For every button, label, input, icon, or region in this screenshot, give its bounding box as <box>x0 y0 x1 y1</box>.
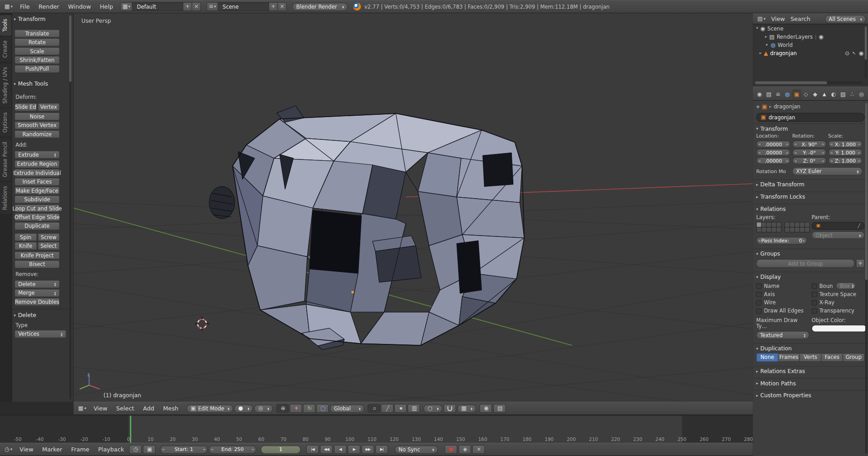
tool-menu-button[interactable]: Merge <box>15 289 60 297</box>
opengl-render-button[interactable] <box>480 404 492 413</box>
panel-header-transform[interactable]: Transform <box>14 16 46 22</box>
expander-icon[interactable] <box>760 51 761 56</box>
end-frame-field[interactable]: End:250 <box>209 445 256 453</box>
tab-render[interactable] <box>755 89 764 100</box>
layer-toggle[interactable] <box>762 227 766 232</box>
checkbox-row[interactable]: Wire <box>756 298 810 307</box>
manipulator-scale-button[interactable] <box>316 404 329 413</box>
panel-header-relations[interactable]: Relations <box>756 206 865 212</box>
tool-button[interactable]: Screw <box>37 233 60 241</box>
screen-layout-name[interactable]: Default <box>133 2 184 11</box>
lock-frame-button[interactable] <box>143 445 155 454</box>
sync-mode-dropdown[interactable]: No Sync <box>395 445 438 453</box>
tool-button[interactable]: Make Edge/Face <box>15 186 60 195</box>
edge-select-button[interactable] <box>381 404 394 413</box>
editor-type-button[interactable] <box>76 404 88 413</box>
location-field[interactable]: .00000 <box>756 157 790 164</box>
checkbox[interactable] <box>756 300 762 305</box>
proportional-edit-dropdown[interactable] <box>424 404 442 412</box>
scale-field[interactable]: Y: 1.000 <box>828 149 863 156</box>
pass-index-field[interactable]: Pass Index: 0 <box>756 237 807 245</box>
tab-particles[interactable] <box>848 89 857 100</box>
editor-type-button[interactable] <box>755 15 768 23</box>
tab-texture[interactable] <box>838 89 847 100</box>
checkbox[interactable] <box>756 308 762 313</box>
tool-button[interactable]: Knife <box>15 242 37 250</box>
face-select-button[interactable] <box>394 404 407 413</box>
checkbox-row[interactable]: Transparency <box>811 307 867 315</box>
tab-material[interactable] <box>829 89 838 100</box>
checkbox-row[interactable]: Draw All Edges <box>756 307 810 315</box>
tool-button[interactable]: Bisect <box>15 260 60 268</box>
expander-icon[interactable] <box>765 35 767 39</box>
expander-icon[interactable] <box>756 26 758 31</box>
add-screen-button[interactable] <box>183 2 192 11</box>
pin-icon[interactable] <box>756 104 760 109</box>
cursor-icon[interactable] <box>852 51 856 56</box>
transport-button[interactable]: ◀ <box>334 445 346 454</box>
editor-type-button[interactable] <box>2 2 15 11</box>
checkbox-row[interactable]: X-Ray <box>811 298 867 307</box>
checkbox[interactable] <box>811 292 817 297</box>
extrude-menu-button[interactable]: Extrude <box>15 150 60 159</box>
collapsed-panel-header[interactable]: Motion Paths <box>756 380 865 386</box>
panel-header-transform[interactable]: Transform <box>756 126 865 132</box>
tab-object-data[interactable] <box>820 89 829 100</box>
tab-scene[interactable] <box>774 89 782 100</box>
checkbox[interactable] <box>756 283 762 288</box>
transport-button[interactable]: ▶▶ <box>362 445 374 454</box>
duplication-option-verts[interactable]: Verts <box>800 353 822 362</box>
orientation-dropdown[interactable]: Global <box>330 404 364 412</box>
scrollbar-thumb[interactable] <box>69 15 72 82</box>
sidebar-tab-options[interactable]: Options <box>0 108 12 137</box>
vertex-select-button[interactable] <box>368 404 381 413</box>
outliner-label[interactable]: Scene <box>767 26 783 31</box>
layer-toggle[interactable] <box>777 222 781 227</box>
menu-marker[interactable]: Marker <box>38 443 66 456</box>
layer-toggle[interactable] <box>772 227 776 232</box>
transport-button[interactable]: ▶ <box>348 445 361 454</box>
parent-object-field[interactable]: ╱ <box>811 222 865 230</box>
outliner-display-dropdown[interactable]: All Scenes <box>825 15 866 23</box>
new-group-button[interactable] <box>856 259 864 268</box>
menu-view[interactable]: View <box>16 443 37 456</box>
duplication-option-group[interactable]: Group <box>843 353 864 362</box>
mode-dropdown[interactable]: Edit Mode <box>187 404 233 412</box>
sidebar-tab-shading-uvs[interactable]: Shading / UVs <box>0 63 12 107</box>
tab-physics[interactable] <box>857 89 866 100</box>
tool-menu-button[interactable]: Delete <box>15 280 60 288</box>
duplication-option-frames[interactable]: Frames <box>778 353 800 362</box>
scrollbar-thumb[interactable] <box>865 26 867 60</box>
sidebar-tab-tools[interactable]: Tools <box>0 15 12 36</box>
layer-toggle[interactable] <box>757 227 761 232</box>
editor-type-button[interactable] <box>2 445 15 454</box>
tool-button[interactable]: Shrink/Fatten <box>15 56 60 64</box>
layer-toggle[interactable] <box>762 222 766 227</box>
tool-button[interactable]: Vertex <box>37 103 60 111</box>
tool-button[interactable]: Extrude Individual <box>15 169 60 177</box>
rotation-field[interactable]: Y: -0° <box>792 149 827 156</box>
outliner-label[interactable]: World <box>778 42 793 48</box>
render-engine-dropdown[interactable]: Blender Render <box>292 2 347 10</box>
camera-icon[interactable] <box>859 51 864 56</box>
opengl-render-anim-button[interactable] <box>493 404 506 413</box>
tool-button[interactable]: Scale <box>15 47 60 55</box>
panel-header-groups[interactable]: Groups <box>756 251 865 256</box>
checkbox[interactable] <box>811 308 817 313</box>
outliner-row-world[interactable]: World <box>753 41 868 49</box>
collapsed-panel-header[interactable]: Transform Locks <box>756 194 865 200</box>
viewport-3d[interactable]: User Persp (1) dragonjan z <box>74 13 753 402</box>
menu-add[interactable]: Add <box>139 402 158 415</box>
tool-button[interactable]: Loop Cut and Slide <box>15 204 60 212</box>
checkbox-row[interactable]: Axis <box>756 290 810 298</box>
occlude-toggle-button[interactable] <box>408 404 420 413</box>
tool-shelf-scrollbar[interactable] <box>69 15 72 400</box>
panel-header-duplication[interactable]: Duplication <box>756 345 865 351</box>
layer-toggle[interactable] <box>795 227 800 232</box>
tool-button[interactable]: Remove Doubles <box>15 298 60 306</box>
tab-object[interactable] <box>792 89 801 100</box>
layer-toggle[interactable] <box>800 227 805 232</box>
duplication-option-none[interactable]: None <box>756 353 779 362</box>
menu-playback[interactable]: Playback <box>94 443 128 456</box>
rotation-mode-dropdown[interactable]: XYZ Euler <box>792 167 863 175</box>
